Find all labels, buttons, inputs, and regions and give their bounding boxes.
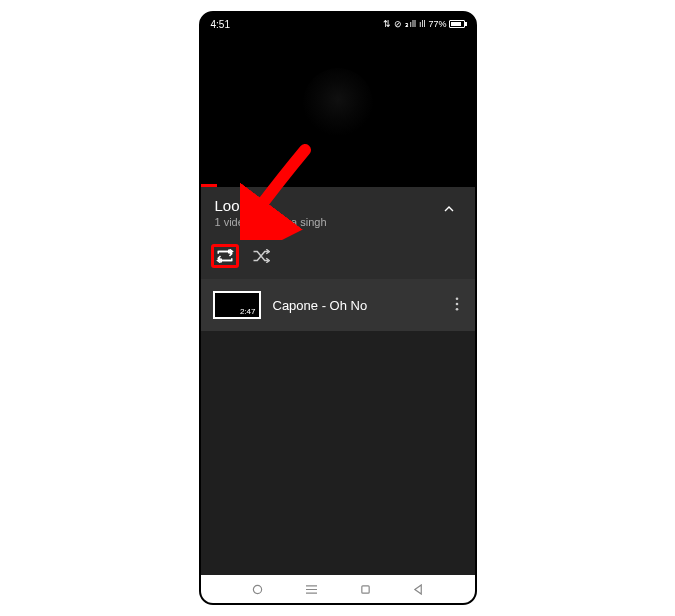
svg-rect-9 [361,585,368,592]
circle-icon [252,584,263,595]
battery-icon [449,20,465,28]
phone-frame: 4:51 ⇅ ⊘ ₃ıll ıll 77% Loop 1 video • Bha… [199,11,477,605]
svg-marker-10 [414,584,420,593]
nav-menu-button[interactable] [305,584,318,595]
signal2-icon: ıll [419,19,426,29]
back-icon [413,584,424,595]
playlist-title: Loop [215,197,327,214]
playlist-item[interactable]: 2:47 Capone - Oh No [201,279,475,331]
video-thumbnail: 2:47 [213,291,261,319]
signal-icon: ₃ıll [405,19,416,29]
nav-recent-button[interactable] [252,584,263,595]
playlist-controls [201,238,475,279]
svg-point-2 [455,297,458,300]
shuffle-icon [252,249,270,263]
wifi-icon: ⊘ [394,19,402,29]
playlist-empty-area [201,331,475,575]
collapse-button[interactable] [437,197,461,225]
loop-icon [216,249,234,263]
shuffle-button[interactable] [247,244,275,268]
android-nav-bar [201,575,475,603]
video-title: Capone - Oh No [273,298,439,313]
kebab-icon [455,297,459,311]
video-artwork [303,68,373,138]
network-icon: ⇅ [383,19,391,29]
video-duration: 2:47 [238,307,258,316]
svg-point-3 [455,302,458,305]
status-indicators: ⇅ ⊘ ₃ıll ıll 77% [383,19,464,29]
battery-percent: 77% [428,19,446,29]
loop-button[interactable] [211,244,239,268]
status-time: 4:51 [211,19,230,30]
battery-indicator: 77% [428,19,464,29]
playlist-subtitle: 1 video • Bhavna singh [215,216,327,228]
menu-icon [305,584,318,595]
video-progress[interactable] [201,184,217,187]
nav-back-button[interactable] [413,584,424,595]
video-player[interactable] [201,35,475,187]
battery-fill [451,22,462,26]
nav-home-button[interactable] [360,584,371,595]
svg-point-4 [455,307,458,310]
playlist-header[interactable]: Loop 1 video • Bhavna singh [201,187,475,238]
svg-point-5 [253,585,261,593]
square-icon [360,584,371,595]
status-bar: 4:51 ⇅ ⊘ ₃ıll ıll 77% [201,13,475,35]
video-menu-button[interactable] [451,297,463,314]
